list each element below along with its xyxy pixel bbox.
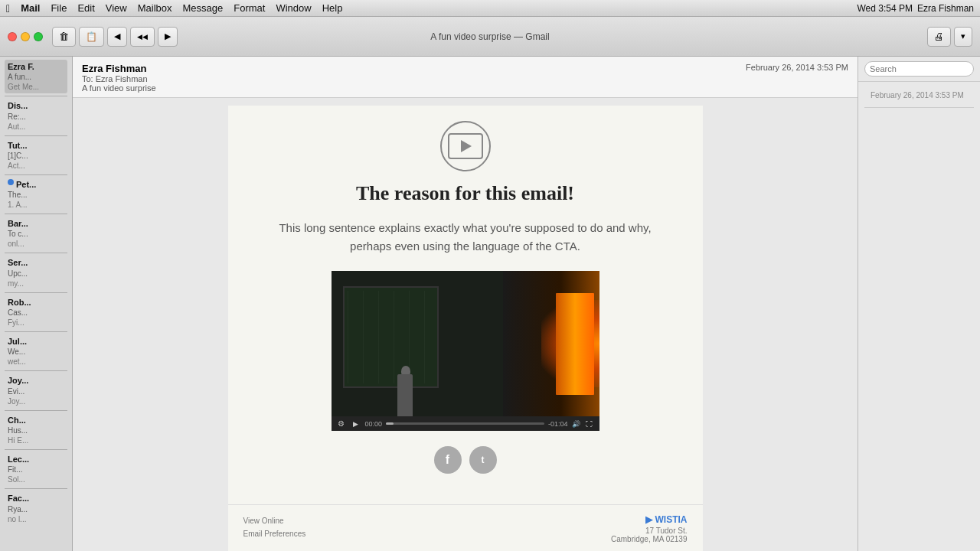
corridor bbox=[503, 271, 599, 416]
sidebar-item-2[interactable]: Tut... [1]C... Act... bbox=[5, 139, 67, 172]
delete-button[interactable]: 🗑 bbox=[52, 27, 76, 47]
delete-icon: 🗑 bbox=[59, 31, 69, 42]
sidebar-item-9[interactable]: Ch... Hus... Hi E... bbox=[5, 413, 67, 447]
right-panel-date: February 26, 2014 3:53 PM bbox=[864, 88, 974, 103]
sidebar-item-preview-2: Act... bbox=[8, 161, 64, 171]
sidebar-item-name-3: Pet... bbox=[16, 179, 36, 190]
progress-bar[interactable] bbox=[386, 422, 544, 425]
sidebar-item-subject-1: Re:... bbox=[8, 112, 64, 122]
sidebar-item-name-5: Ser... bbox=[8, 257, 64, 268]
sidebar-item-3[interactable]: Pet... The... 1. A... bbox=[5, 178, 67, 211]
sidebar-item-subject-9: Hus... bbox=[8, 425, 64, 435]
right-panel-search bbox=[858, 57, 980, 82]
menu-file[interactable]: File bbox=[51, 2, 67, 14]
close-button[interactable] bbox=[8, 32, 17, 41]
sidebar-item-7[interactable]: Jul... We... wet... bbox=[5, 334, 67, 368]
sidebar-item-name-1: Dis... bbox=[8, 100, 64, 111]
sidebar-item-subject-10: Fit... bbox=[8, 465, 64, 474]
play-button[interactable]: ▶ bbox=[351, 420, 361, 428]
email-header: Ezra Fishman To: Ezra Fishman A fun vide… bbox=[73, 57, 858, 98]
email-body-text: This long sentence explains exactly what… bbox=[259, 219, 672, 256]
email-body-scroll[interactable]: The reason for this email! This long sen… bbox=[73, 98, 858, 551]
email-preferences-link[interactable]: Email Preferences bbox=[243, 527, 306, 540]
menu-window[interactable]: Window bbox=[276, 2, 311, 14]
video-time-total: -01:04 bbox=[548, 420, 568, 428]
email-main: Ezra Fishman To: Ezra Fishman A fun vide… bbox=[73, 57, 858, 551]
maximize-button[interactable] bbox=[34, 32, 43, 41]
sidebar-item-preview-10: Sol... bbox=[8, 474, 64, 484]
menu-mailbox[interactable]: Mailbox bbox=[138, 2, 172, 14]
menu-format[interactable]: Format bbox=[234, 2, 265, 14]
play-triangle-icon bbox=[461, 140, 472, 152]
video-image[interactable] bbox=[332, 271, 599, 416]
sidebar-item-8[interactable]: Joy... Evi... Joy... bbox=[5, 373, 67, 407]
forward-all-button[interactable]: ◀◀ bbox=[130, 27, 155, 47]
email-to: To: Ezra Fishman bbox=[82, 74, 156, 83]
sidebar-item-name-9: Ch... bbox=[8, 415, 64, 425]
sidebar-item-name-11: Fac... bbox=[8, 493, 64, 504]
video-time-current: 00:00 bbox=[365, 420, 383, 428]
sidebar-item-preview-3: 1. A... bbox=[8, 200, 64, 210]
menu-message[interactable]: Message bbox=[183, 2, 224, 14]
note-button[interactable]: 📋 bbox=[79, 27, 104, 47]
sidebar-item-preview-8: Joy... bbox=[8, 396, 64, 406]
wistia-arrow: ▶ bbox=[645, 514, 655, 525]
menubar-left:  Mail File Edit View Mailbox Message Fo… bbox=[6, 2, 342, 15]
menu-help[interactable]: Help bbox=[322, 2, 343, 14]
settings-button[interactable]: ⚙ bbox=[336, 419, 347, 428]
menubar-user: Ezra Fishman bbox=[917, 3, 974, 14]
more-icon: ▾ bbox=[961, 31, 965, 41]
person-silhouette bbox=[397, 374, 413, 416]
video-player[interactable]: ⚙ ▶ 00:00 -01:04 🔊 ⛶ bbox=[332, 271, 599, 431]
more-button[interactable]: ▾ bbox=[954, 27, 972, 47]
apple-menu[interactable]:  bbox=[6, 2, 10, 15]
social-row: f t bbox=[259, 446, 672, 474]
sidebar: Ezra F. A fun... Get Me... Dis... Re:...… bbox=[0, 57, 73, 551]
video-icon-inner bbox=[448, 133, 483, 159]
twitter-button[interactable]: t bbox=[469, 446, 497, 474]
wistia-address-2: Cambridge, MA 02139 bbox=[611, 535, 688, 543]
menu-view[interactable]: View bbox=[106, 2, 127, 14]
back-icon: ◀ bbox=[114, 31, 120, 41]
sidebar-item-subject-0: A fun... bbox=[8, 72, 64, 82]
facebook-button[interactable]: f bbox=[434, 446, 462, 474]
sidebar-item-preview-11: no l... bbox=[8, 514, 64, 524]
sidebar-item-subject-7: We... bbox=[8, 347, 64, 357]
menubar-app-name[interactable]: Mail bbox=[21, 2, 40, 14]
email-heading: The reason for this email! bbox=[259, 182, 672, 205]
sidebar-item-11[interactable]: Fac... Rya... no l... bbox=[5, 491, 67, 525]
body-layout: Ezra F. A fun... Get Me... Dis... Re:...… bbox=[0, 57, 980, 551]
sidebar-item-6[interactable]: Rob... Cas... Fyi... bbox=[5, 295, 67, 329]
sidebar-item-name-10: Lec... bbox=[8, 454, 64, 465]
sidebar-item-10[interactable]: Lec... Fit... Sol... bbox=[5, 452, 67, 486]
print-button[interactable]: 🖨 bbox=[927, 27, 951, 47]
email-sender: Ezra Fishman bbox=[82, 63, 156, 74]
sidebar-item-preview-7: wet... bbox=[8, 357, 64, 367]
menubar-time: Wed 3:54 PM bbox=[857, 3, 912, 14]
sidebar-item-1[interactable]: Dis... Re:... Aut... bbox=[5, 99, 67, 132]
toolbar: 🗑 📋 ◀ ◀◀ ▶ A fun video surprise — Gmail … bbox=[0, 17, 980, 57]
volume-button[interactable]: 🔊 bbox=[572, 420, 580, 428]
fullscreen-button[interactable]: ⛶ bbox=[584, 420, 595, 428]
sidebar-item-4[interactable]: Bar... To c... onl... bbox=[5, 217, 67, 250]
sidebar-item-subject-8: Evi... bbox=[8, 386, 64, 396]
sidebar-item-name-8: Joy... bbox=[8, 375, 64, 386]
view-online-link[interactable]: View Online bbox=[243, 514, 306, 527]
minimize-button[interactable] bbox=[21, 32, 30, 41]
sidebar-item-subject-4: To c... bbox=[8, 229, 64, 239]
search-input[interactable] bbox=[864, 61, 974, 77]
sidebar-item-0[interactable]: Ezra F. A fun... Get Me... bbox=[5, 60, 67, 93]
sidebar-item-5[interactable]: Ser... Upc... my... bbox=[5, 256, 67, 289]
email-subject: A fun video surprise bbox=[82, 83, 156, 93]
forward-icon: ▶ bbox=[165, 31, 171, 41]
forward-all-icon: ◀◀ bbox=[137, 33, 148, 41]
back-button[interactable]: ◀ bbox=[107, 27, 127, 47]
menu-edit[interactable]: Edit bbox=[77, 2, 94, 14]
traffic-lights bbox=[8, 32, 43, 41]
menubar:  Mail File Edit View Mailbox Message Fo… bbox=[0, 0, 980, 17]
sidebar-item-preview-1: Aut... bbox=[8, 122, 64, 132]
sidebar-item-preview-4: onl... bbox=[8, 239, 64, 249]
forward-button[interactable]: ▶ bbox=[158, 27, 178, 47]
sidebar-item-subject-2: [1]C... bbox=[8, 151, 64, 161]
video-icon-wrapper bbox=[259, 121, 672, 171]
